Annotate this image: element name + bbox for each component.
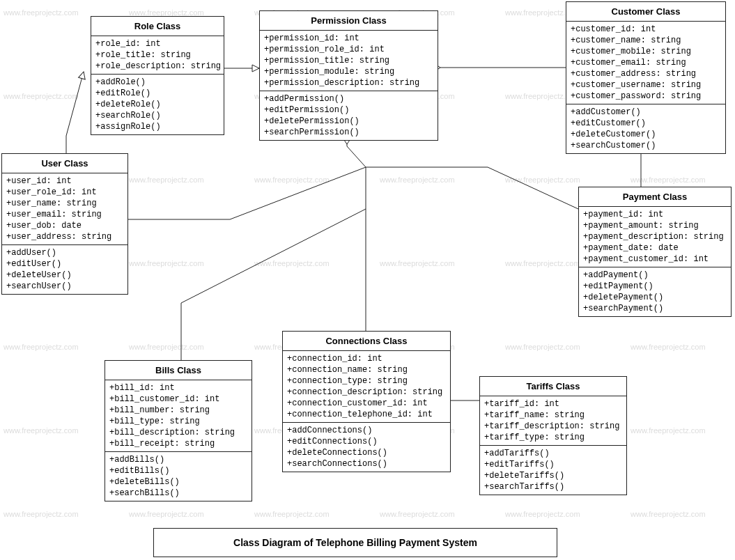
class-line: +payment_amount: string: [583, 220, 727, 231]
class-line: +addPermission(): [264, 93, 433, 104]
class-role-attrs: +role_id: int+role_title: string+role_de…: [91, 36, 224, 75]
class-line: +user_dob: date: [6, 220, 123, 231]
watermark-text: www.freeprojectz.com: [505, 510, 580, 518]
class-line: +user_name: string: [6, 198, 123, 209]
watermark-text: www.freeprojectz.com: [505, 343, 580, 351]
class-customer-attrs: +customer_id: int+customer_name: string+…: [566, 22, 725, 104]
class-line: +editBills(): [109, 465, 247, 476]
class-line: +searchRole(): [95, 110, 219, 121]
class-permission-methods: +addPermission()+editPermission()+delete…: [260, 91, 438, 140]
class-line: +addRole(): [95, 77, 219, 88]
class-line: +permission_role_id: int: [264, 44, 433, 55]
class-line: +addUser(): [6, 247, 123, 258]
svg-line-8: [230, 167, 366, 219]
svg-line-13: [181, 209, 366, 303]
watermark-text: www.freeprojectz.com: [129, 343, 204, 351]
diagram-title-box: Class Diagram of Telephone Billing Payme…: [153, 528, 557, 557]
class-bills-title: Bills Class: [105, 361, 252, 380]
class-bills-methods: +addBills()+editBills()+deleteBills()+se…: [105, 452, 252, 501]
class-permission-attrs: +permission_id: int+permission_role_id: …: [260, 31, 438, 91]
class-permission: Permission Class +permission_id: int+per…: [259, 10, 438, 141]
class-line: +role_title: string: [95, 49, 219, 61]
class-payment-methods: +addPayment()+editPayment()+deletePaymen…: [579, 267, 731, 316]
class-payment-title: Payment Class: [579, 187, 731, 207]
class-line: +editConnections(): [287, 436, 446, 447]
watermark-text: www.freeprojectz.com: [129, 176, 204, 184]
class-line: +editRole(): [95, 88, 219, 99]
class-line: +searchBills(): [109, 488, 247, 499]
class-payment-attrs: +payment_id: int+payment_amount: string+…: [579, 207, 731, 267]
watermark-text: www.freeprojectz.com: [254, 259, 330, 267]
class-tariffs: Tariffs Class +tariff_id: int+tariff_nam…: [479, 376, 627, 495]
class-role-methods: +addRole()+editRole()+deleteRole()+searc…: [91, 75, 224, 134]
class-line: +customer_email: string: [571, 57, 721, 68]
diagram-title: Class Diagram of Telephone Billing Payme…: [233, 537, 477, 548]
svg-line-6: [347, 146, 366, 167]
class-line: +bill_number: string: [109, 405, 247, 416]
class-line: +addTariffs(): [484, 448, 622, 459]
class-line: +payment_date: date: [583, 242, 727, 254]
class-tariffs-attrs: +tariff_id: int+tariff_name: string+tari…: [480, 396, 626, 446]
class-line: +customer_address: string: [571, 68, 721, 79]
class-role: Role Class +role_id: int+role_title: str…: [91, 16, 224, 135]
class-line: +editCustomer(): [571, 118, 721, 129]
class-line: +payment_customer_id: int: [583, 254, 727, 265]
watermark-text: www.freeprojectz.com: [505, 176, 580, 184]
class-line: +searchUser(): [6, 281, 123, 292]
class-line: +deleteBills(): [109, 476, 247, 488]
class-line: +deletePermission(): [264, 116, 433, 127]
watermark-text: www.freeprojectz.com: [380, 510, 455, 518]
class-line: +user_role_id: int: [6, 187, 123, 198]
class-line: +addCustomer(): [571, 107, 721, 118]
class-line: +role_description: string: [95, 61, 219, 72]
watermark-text: www.freeprojectz.com: [505, 259, 580, 267]
class-line: +bill_receipt: string: [109, 438, 247, 449]
class-line: +deletePayment(): [583, 292, 727, 303]
class-line: +editUser(): [6, 258, 123, 270]
class-line: +connection_telephone_id: int: [287, 409, 446, 420]
class-line: +bill_id: int: [109, 382, 247, 394]
class-line: +addBills(): [109, 454, 247, 465]
class-line: +customer_mobile: string: [571, 46, 721, 57]
class-line: +editPayment(): [583, 281, 727, 292]
class-line: +searchTariffs(): [484, 481, 622, 492]
class-line: +tariff_type: string: [484, 432, 622, 443]
class-line: +searchConnections(): [287, 458, 446, 469]
class-connections-methods: +addConnections()+editConnections()+dele…: [283, 423, 450, 472]
class-line: +permission_module: string: [264, 66, 433, 77]
class-line: +searchCustomer(): [571, 140, 721, 151]
watermark-text: www.freeprojectz.com: [3, 426, 79, 435]
class-line: +permission_title: string: [264, 55, 433, 66]
class-line: +permission_id: int: [264, 33, 433, 44]
class-bills: Bills Class +bill_id: int+bill_customer_…: [105, 360, 252, 501]
watermark-text: www.freeprojectz.com: [3, 343, 79, 351]
class-line: +assignRole(): [95, 121, 219, 132]
class-user-methods: +addUser()+editUser()+deleteUser()+searc…: [2, 245, 127, 294]
class-line: +connection_name: string: [287, 364, 446, 375]
watermark-text: www.freeprojectz.com: [380, 176, 455, 184]
watermark-text: www.freeprojectz.com: [630, 426, 706, 435]
class-role-title: Role Class: [91, 17, 224, 36]
watermark-text: www.freeprojectz.com: [129, 259, 204, 267]
class-line: +searchPayment(): [583, 303, 727, 314]
watermark-text: www.freeprojectz.com: [254, 176, 330, 184]
svg-line-9: [488, 167, 578, 209]
watermark-text: www.freeprojectz.com: [3, 8, 79, 17]
watermark-text: www.freeprojectz.com: [630, 176, 706, 184]
class-customer-methods: +addCustomer()+editCustomer()+deleteCust…: [566, 104, 725, 153]
class-line: +user_email: string: [6, 209, 123, 220]
class-connections-attrs: +connection_id: int+connection_name: str…: [283, 351, 450, 423]
class-user: User Class +user_id: int+user_role_id: i…: [1, 153, 128, 295]
watermark-text: www.freeprojectz.com: [3, 92, 79, 100]
class-line: +customer_id: int: [571, 24, 721, 35]
class-tariffs-methods: +addTariffs()+editTariffs()+deleteTariff…: [480, 446, 626, 495]
class-line: +customer_name: string: [571, 35, 721, 46]
watermark-text: www.freeprojectz.com: [380, 259, 455, 267]
class-line: +tariff_name: string: [484, 410, 622, 421]
class-line: +editTariffs(): [484, 459, 622, 470]
class-line: +tariff_description: string: [484, 421, 622, 432]
watermark-text: www.freeprojectz.com: [630, 510, 706, 518]
watermark-text: www.freeprojectz.com: [129, 510, 204, 518]
class-tariffs-title: Tariffs Class: [480, 377, 626, 396]
class-line: +connection_id: int: [287, 353, 446, 364]
